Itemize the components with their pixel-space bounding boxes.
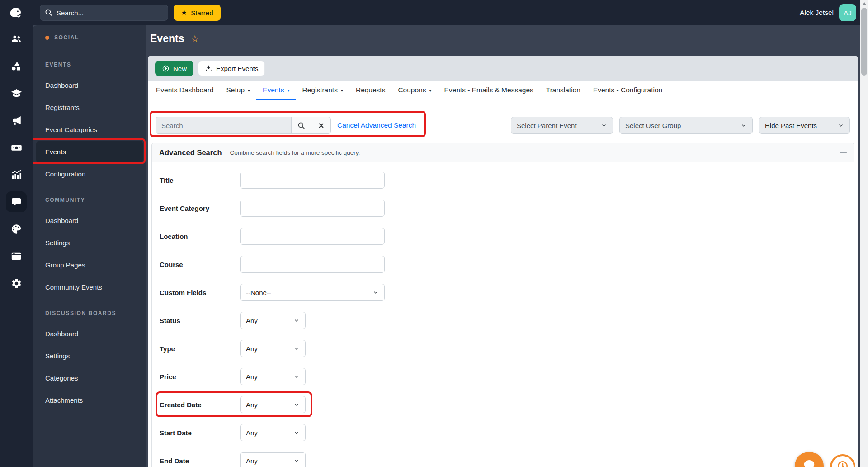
events-search-input[interactable] <box>156 117 291 134</box>
page-scrollbar[interactable] <box>860 0 868 467</box>
filter-row: Cancel Advanced Search Select Parent Eve… <box>148 100 858 141</box>
sidebar-menu: SOCIAL EVENTS Dashboard Registrants Even… <box>33 25 146 467</box>
sidebar-item-boards-settings[interactable]: Settings <box>33 345 146 367</box>
cancel-advanced-search-link[interactable]: Cancel Advanced Search <box>337 121 416 129</box>
sidebar-product: SOCIAL <box>33 25 146 50</box>
chevron-down-icon: ▾ <box>248 88 250 93</box>
avatar[interactable]: AJ <box>839 4 856 21</box>
field-row-course: Course <box>160 256 854 273</box>
tab-events-configuration[interactable]: Events - Configuration <box>587 81 669 100</box>
search-icon <box>297 121 306 130</box>
location-input[interactable] <box>240 228 385 245</box>
plus-circle-icon <box>162 65 170 72</box>
app-logo-elephant[interactable] <box>6 4 24 22</box>
export-events-button[interactable]: Export Events <box>198 61 265 76</box>
tab-bar: Events Dashboard Setup▾ Events▾ Registra… <box>148 81 858 100</box>
select-parent-event[interactable]: Select Parent Event <box>511 117 613 134</box>
product-label: SOCIAL <box>54 34 79 41</box>
title-input[interactable] <box>240 172 385 189</box>
chevron-down-icon <box>293 317 300 324</box>
field-row-type: Type Any <box>160 340 854 357</box>
icon-rail <box>0 25 33 467</box>
sidebar-item-group-pages[interactable]: Group Pages <box>33 254 146 276</box>
tab-registrants[interactable]: Registrants▾ <box>296 81 349 100</box>
tab-events[interactable]: Events▾ <box>256 81 296 100</box>
rail-item-pages[interactable] <box>0 243 33 270</box>
global-search-input[interactable] <box>40 5 168 21</box>
rail-active-indicator <box>6 191 27 212</box>
tab-setup[interactable]: Setup▾ <box>220 81 257 100</box>
window-icon <box>10 250 22 262</box>
top-bar: ★ Starred Alek Jetsel AJ <box>0 0 868 25</box>
rail-item-finance[interactable] <box>0 134 33 161</box>
tab-events-dashboard[interactable]: Events Dashboard <box>150 81 220 100</box>
tab-coupons[interactable]: Coupons▾ <box>392 81 438 100</box>
sidebar-item-events[interactable]: Events <box>36 141 143 163</box>
price-select[interactable]: Any <box>240 368 306 385</box>
tab-translation[interactable]: Translation <box>540 81 587 100</box>
clock-icon <box>836 460 849 467</box>
rail-item-discussion[interactable] <box>0 188 33 215</box>
rail-item-marketing[interactable] <box>0 107 33 134</box>
bar-chart-icon <box>10 169 22 181</box>
sidebar-item-boards-attachments[interactable]: Attachments <box>33 389 146 411</box>
sidebar-section-events: EVENTS <box>33 50 146 74</box>
search-submit-button[interactable] <box>291 117 311 134</box>
tab-events-emails-messages[interactable]: Events - Emails & Messages <box>438 81 540 100</box>
rail-item-analytics[interactable] <box>0 161 33 188</box>
rail-item-users[interactable] <box>0 25 33 52</box>
custom-fields-select[interactable]: --None-- <box>240 284 385 301</box>
field-row-price: Price Any <box>160 368 854 385</box>
scrollbar-up-arrow[interactable] <box>860 0 868 7</box>
search-icon <box>44 8 53 17</box>
favorite-star-outline-icon[interactable]: ☆ <box>190 34 199 43</box>
money-icon <box>10 142 23 154</box>
status-select[interactable]: Any <box>240 312 306 329</box>
course-input[interactable] <box>240 256 385 273</box>
sidebar-item-community-events[interactable]: Community Events <box>33 276 146 298</box>
sidebar-item-event-categories[interactable]: Event Categories <box>33 119 146 141</box>
tab-requests[interactable]: Requests <box>349 81 392 100</box>
elephant-icon <box>7 4 24 21</box>
chevron-down-icon <box>293 457 300 464</box>
field-row-event-category: Event Category <box>160 200 854 217</box>
user-name: Alek Jetsel <box>800 9 834 17</box>
chevron-down-icon <box>293 401 300 408</box>
chevron-down-icon <box>293 345 300 352</box>
rail-item-settings[interactable] <box>0 270 33 297</box>
clear-search-button[interactable] <box>311 117 331 134</box>
end-date-select[interactable]: Any <box>240 452 306 467</box>
starred-button[interactable]: ★ Starred <box>174 5 221 21</box>
chevron-down-icon: ▾ <box>287 88 289 93</box>
sidebar-item-boards-dashboard[interactable]: Dashboard <box>33 323 146 345</box>
megaphone-icon <box>10 114 22 126</box>
sidebar-item-community-settings[interactable]: Settings <box>33 232 146 254</box>
sidebar-item-community-dashboard[interactable]: Dashboard <box>33 210 146 232</box>
events-search-group: Cancel Advanced Search <box>156 117 416 134</box>
sidebar-item-boards-categories[interactable]: Categories <box>33 367 146 389</box>
select-user-group[interactable]: Select User Group <box>619 117 753 134</box>
select-hide-past-events[interactable]: Hide Past Events <box>759 117 850 134</box>
filter-selects: Select Parent Event Select User Group Hi… <box>511 117 850 134</box>
new-button[interactable]: New <box>155 61 193 76</box>
created-date-select[interactable]: Any <box>240 396 306 413</box>
sidebar-item-dashboard[interactable]: Dashboard <box>33 74 146 96</box>
sidebar-item-registrants[interactable]: Registrants <box>33 96 146 119</box>
content-card: New Export Events Events Dashboard Setup… <box>148 56 858 467</box>
field-row-status: Status Any <box>160 312 854 329</box>
page-title: Events <box>150 33 184 45</box>
star-filled-icon: ★ <box>181 9 187 16</box>
rail-item-education[interactable] <box>0 80 33 107</box>
chevron-down-icon <box>373 289 379 295</box>
start-date-select[interactable]: Any <box>240 424 306 441</box>
chevron-down-icon: ▾ <box>429 88 431 93</box>
collapse-panel-button[interactable] <box>840 152 847 153</box>
sidebar-item-configuration[interactable]: Configuration <box>33 163 146 185</box>
event-category-input[interactable] <box>240 200 385 217</box>
chevron-down-icon <box>293 429 300 436</box>
scrollbar-thumb[interactable] <box>861 8 867 76</box>
rail-item-shapes[interactable] <box>0 52 33 80</box>
type-select[interactable]: Any <box>240 340 306 357</box>
product-dot-icon <box>45 36 49 40</box>
rail-item-design[interactable] <box>0 215 33 243</box>
